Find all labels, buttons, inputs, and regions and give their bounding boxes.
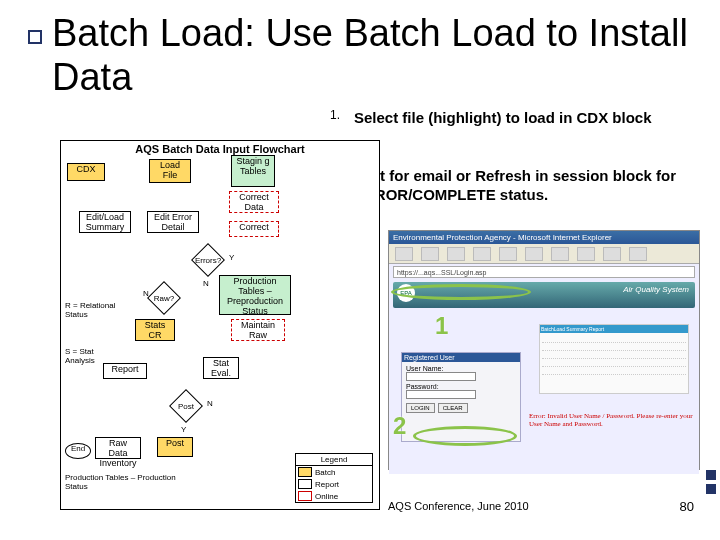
forward-icon[interactable] xyxy=(421,247,439,261)
print-icon[interactable] xyxy=(629,247,647,261)
step-1: 1. Select file (highlight) to load in CD… xyxy=(330,108,700,128)
user-label: User Name: xyxy=(406,365,516,372)
login-button[interactable]: LOGIN xyxy=(406,403,435,413)
legend-report: Report xyxy=(315,480,339,489)
fc-correct: Correct xyxy=(229,221,279,237)
fc-staging: Stagin g Tables xyxy=(231,155,275,187)
flowchart-title: AQS Batch Data Input Flowchart xyxy=(61,141,379,157)
steps-list: 1. Select file (highlight) to load in CD… xyxy=(330,108,700,217)
mail-icon[interactable] xyxy=(603,247,621,261)
legend-online-swatch xyxy=(298,491,312,501)
fc-maintain-raw: Maintain Raw xyxy=(231,319,285,341)
favorites-icon[interactable] xyxy=(551,247,569,261)
fc-load-file: Load File xyxy=(149,159,191,183)
browser-screenshot: Environmental Protection Agency - Micros… xyxy=(388,230,700,470)
home-icon[interactable] xyxy=(499,247,517,261)
fc-edit-detail: Edit Error Detail xyxy=(147,211,199,233)
step-text: Wait for email or Refresh in session blo… xyxy=(354,166,700,205)
fc-y3: Y xyxy=(181,425,186,434)
fc-raw-diamond: Raw? xyxy=(147,281,181,315)
username-input[interactable] xyxy=(406,372,476,381)
page-number: 80 xyxy=(680,499,694,514)
fc-n3: N xyxy=(207,399,213,408)
login-header: Registered User xyxy=(402,353,520,362)
back-icon[interactable] xyxy=(395,247,413,261)
legend-report-swatch xyxy=(298,479,312,489)
password-input[interactable] xyxy=(406,390,476,399)
fc-production: Production Tables – Preproduction Status xyxy=(219,275,291,315)
step-text: Select file (highlight) to load in CDX b… xyxy=(354,108,700,128)
legend-batch: Batch xyxy=(315,468,335,477)
summary-table: BatchLoad Summary Report xyxy=(539,324,689,394)
footer-note: AQS Conference, June 2010 xyxy=(388,500,529,512)
summary-header: BatchLoad Summary Report xyxy=(540,325,688,333)
fc-errors-diamond: Errors? xyxy=(191,243,225,277)
title-bullet xyxy=(28,30,42,44)
slide-title: Batch Load: Use Batch Load to Install Da… xyxy=(52,12,692,99)
fc-post2: Post xyxy=(157,437,193,457)
error-message: Error: Invalid User Name / Password. Ple… xyxy=(529,412,699,428)
marker-2-label: 2 xyxy=(393,412,406,440)
search-icon[interactable] xyxy=(525,247,543,261)
fc-prod-status: Production Tables – Production Status xyxy=(65,473,195,491)
flowchart: AQS Batch Data Input Flowchart CDX Load … xyxy=(60,140,380,510)
fc-cdx: CDX xyxy=(67,163,105,181)
fc-stat-eval: Stat Eval. xyxy=(203,357,239,379)
deco-square-icon xyxy=(706,470,716,480)
refresh-icon[interactable] xyxy=(473,247,491,261)
fc-legend: Legend Batch Report Online xyxy=(295,453,373,503)
marker-1-label: 1 xyxy=(435,312,448,340)
marker-2-oval xyxy=(413,426,517,446)
fc-report: Report xyxy=(103,363,147,379)
window-title: Environmental Protection Agency - Micros… xyxy=(389,231,699,244)
fc-post-diamond: Post xyxy=(169,389,203,423)
fc-stats-cr: Stats CR xyxy=(135,319,175,341)
step-3: 3. Wait for email or Refresh in session … xyxy=(330,166,700,205)
legend-batch-swatch xyxy=(298,467,312,477)
fc-raw-inv: Raw Data Inventory xyxy=(95,437,141,459)
fc-n: N xyxy=(203,279,209,288)
pass-label: Password: xyxy=(406,383,516,390)
fc-edit-summary: Edit/Load Summary xyxy=(79,211,131,233)
stop-icon[interactable] xyxy=(447,247,465,261)
legend-online: Online xyxy=(315,492,338,501)
history-icon[interactable] xyxy=(577,247,595,261)
banner-text: Air Quality System xyxy=(623,285,689,294)
clear-button[interactable]: CLEAR xyxy=(438,403,468,413)
marker-1-oval xyxy=(391,284,531,300)
step-text xyxy=(354,140,700,154)
browser-toolbar xyxy=(389,244,699,264)
step-num: 1. xyxy=(330,108,354,128)
legend-title: Legend xyxy=(296,454,372,466)
fc-end: End xyxy=(65,443,91,459)
fc-n2: N xyxy=(143,289,149,298)
fc-y: Y xyxy=(229,253,234,262)
address-bar[interactable]: https://...aqs...SSL/Login.asp xyxy=(393,266,695,278)
deco-square-icon xyxy=(706,484,716,494)
step-2: 2. xyxy=(330,140,700,154)
fc-r-label: R = Relational Status xyxy=(65,301,121,319)
fc-correct-data: Correct Data xyxy=(229,191,279,213)
